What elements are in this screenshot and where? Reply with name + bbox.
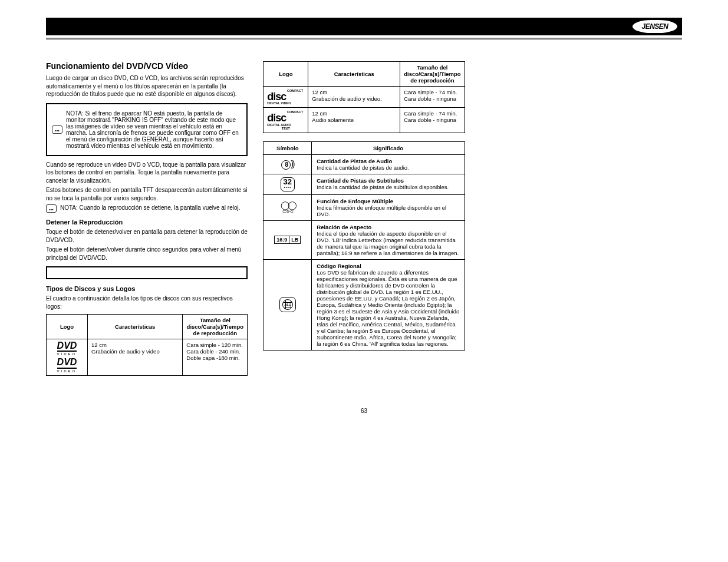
th-features: Características: [88, 315, 183, 339]
subtitle-tracks-desc: Cantidad de Pistas de Subtítulos Indica …: [312, 174, 465, 194]
disc-table-2: Logo Características Tamaño del disco/Ca…: [263, 61, 465, 133]
th-size: Tamaño del disco/Cara(s)/Tiempo de repro…: [400, 62, 465, 87]
disc-table-1: Logo Características Tamaño del disco/Ca…: [46, 314, 248, 376]
header-rule: [46, 38, 682, 40]
note-box-empty: [46, 266, 248, 279]
th-features: Características: [308, 62, 400, 87]
cd-logo-cell: COMPACT disc DIGITAL AUDIO TEXT: [263, 108, 308, 133]
vcd-features: 12 cm Grabación de audio y video.: [308, 87, 400, 108]
stop-p1: Toque el botón de detener/volver en pant…: [46, 228, 248, 244]
jensen-logo: JENSEN: [633, 20, 677, 33]
dvd-logo-icon: DVD VIDEO: [57, 358, 77, 372]
cd-playtime: Cara simple - 74 min. Cara doble - ningu…: [400, 108, 465, 133]
multi-angle-icon: ◯◯ ▭9◁: [263, 194, 312, 220]
header-bar: VM9214 JENSEN: [46, 18, 682, 35]
table-row: ◯◯ ▭9◁ Función de Enfoque Múltiple Indic…: [263, 194, 465, 220]
touch-controls-paragraph: Cuando se reproduce un video DVD o VCD, …: [46, 161, 248, 185]
region-code-icon: ALL: [263, 259, 312, 350]
table-row: DVD VIDEO DVD VIDEO 12 cm: [47, 339, 248, 376]
feature-desc: Grabación de audio y video: [91, 348, 179, 355]
column-right: [480, 58, 682, 384]
table-row: 8)) Cantidad de Pistas de Audio Indica l…: [263, 154, 465, 174]
note-box-parking: ••• NOTA: Si el freno de aparcar NO está…: [46, 103, 248, 156]
feature-size: 12 cm: [91, 342, 179, 348]
note-clock-text: NOTA: Cuando la reproducción se detiene,…: [60, 204, 241, 213]
table-row: 32 ▪▪▪▪ Cantidad de Pistas de Subtítulos…: [263, 174, 465, 194]
section-title: Funcionamiento del DVD/VCD Vídeo: [46, 61, 248, 71]
vcd-playtime: Cara simple - 74 min. Cara doble - ningu…: [400, 87, 465, 108]
note-icon: •••: [52, 125, 62, 134]
cd-features: 12 cm Audio solamente: [308, 108, 400, 133]
touch-controls-paragraph-2: Estos botones de control en pantalla TFT…: [46, 186, 248, 202]
compact-disc-video-icon: COMPACT disc DIGITAL VIDEO: [267, 89, 304, 105]
stop-heading: Detener la Reproducción: [46, 219, 248, 226]
table-row: COMPACT disc DIGITAL AUDIO TEXT 12 cm Au…: [263, 108, 465, 133]
dvd-logo-icon: DVD VIDEO: [57, 342, 77, 356]
column-middle: Logo Características Tamaño del disco/Ca…: [263, 58, 465, 384]
note-row-clock: ••• NOTA: Cuando la reproducción se deti…: [46, 204, 248, 213]
audio-tracks-icon: 8)): [263, 154, 312, 174]
disc-types-heading: Tipos de Discos y sus Logos: [46, 285, 248, 292]
table-row: COMPACT disc DIGITAL VIDEO 12 cm Grabaci…: [263, 87, 465, 108]
table-row: ALL Código Regional Los DVD se fabrican …: [263, 259, 465, 350]
th-meaning: Significado: [312, 141, 465, 154]
th-logo: Logo: [263, 62, 308, 87]
intro-paragraph: Luego de cargar un disco DVD, CD o VCD, …: [46, 74, 248, 98]
th-symbol: Símbolo: [263, 141, 312, 154]
model-number: VM9214: [585, 20, 633, 34]
page: VM9214 JENSEN Funcionamiento del DVD/VCD…: [0, 0, 728, 438]
disc-table-lead: El cuadro a continuación detalla los tip…: [46, 295, 248, 310]
dvd-features: 12 cm Grabación de audio y video: [88, 339, 183, 376]
content-columns: Funcionamiento del DVD/VCD Vídeo Luego d…: [46, 58, 682, 384]
column-left: Funcionamiento del DVD/VCD Vídeo Luego d…: [46, 58, 248, 384]
th-logo: Logo: [47, 315, 88, 339]
note-icon: •••: [46, 204, 57, 213]
aspect-ratio-desc: Relación de Aspecto Indica el tipo de re…: [312, 220, 465, 259]
compact-disc-audio-icon: COMPACT disc DIGITAL AUDIO TEXT: [267, 110, 304, 130]
audio-tracks-desc: Cantidad de Pistas de Audio Indica la ca…: [312, 154, 465, 174]
table-row: 16:9 LB Relación de Aspecto Indica el ti…: [263, 220, 465, 259]
symbols-table: Símbolo Significado 8)) Cantidad de Pist…: [263, 141, 465, 351]
dvd-logo-group: DVD VIDEO DVD VIDEO: [50, 342, 84, 373]
page-number: 63: [46, 408, 682, 414]
region-code-desc: Código Regional Los DVD se fabrican de a…: [312, 259, 465, 350]
dvd-logo-cell: DVD VIDEO DVD VIDEO: [47, 339, 88, 376]
aspect-ratio-icon: 16:9 LB: [263, 220, 312, 259]
stop-p2: Toque el botón detener/volver durante ci…: [46, 246, 248, 262]
multi-angle-desc: Función de Enfoque Múltiple Indica filma…: [312, 194, 465, 220]
th-size: Tamaño del disco/Cara(s)/Tiempo de repro…: [183, 315, 248, 339]
subtitle-tracks-icon: 32 ▪▪▪▪: [263, 174, 312, 194]
note-parking-text: NOTA: Si el freno de aparcar NO está pue…: [66, 110, 242, 149]
vcd-logo-cell: COMPACT disc DIGITAL VIDEO: [263, 87, 308, 108]
dvd-playtime: Cara simple - 120 min. Cara doble - 240 …: [183, 339, 248, 376]
